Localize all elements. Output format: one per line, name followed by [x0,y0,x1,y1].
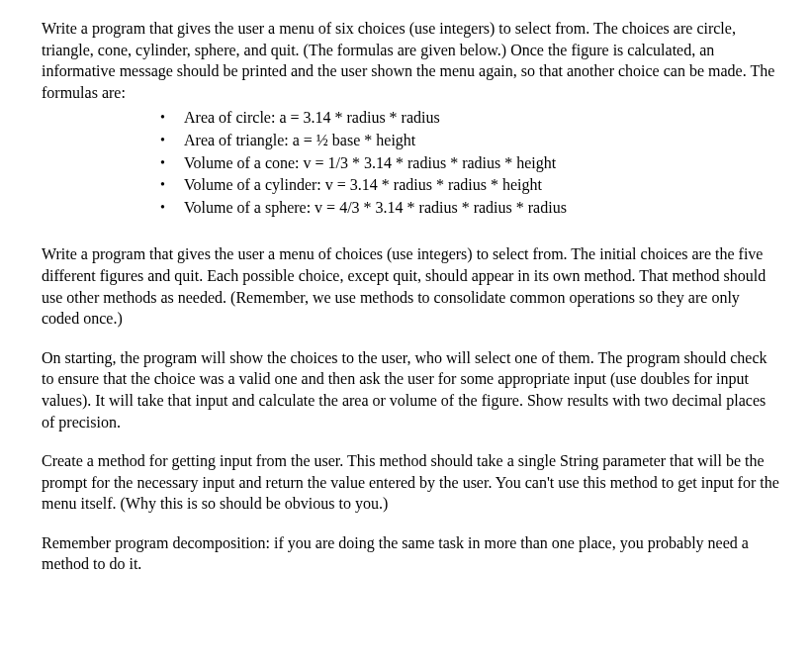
formula-text: Area of circle: a = 3.14 * radius * radi… [184,107,780,129]
formula-item: • Volume of a cone: v = 1/3 * 3.14 * rad… [160,152,780,174]
bullet-icon: • [160,152,184,173]
formula-text: Volume of a cylinder: v = 3.14 * radius … [184,174,780,196]
formula-item: • Volume of a cylinder: v = 3.14 * radiu… [160,174,780,196]
bullet-icon: • [160,174,184,195]
formula-text: Area of triangle: a = ½ base * height [184,130,780,151]
formula-item: • Volume of a sphere: v = 4/3 * 3.14 * r… [160,197,780,219]
formula-item: • Area of triangle: a = ½ base * height [160,130,780,151]
intro-paragraph: Write a program that gives the user a me… [42,18,780,103]
formula-list: • Area of circle: a = 3.14 * radius * ra… [42,107,780,218]
bullet-icon: • [160,130,184,150]
paragraph-start: On starting, the program will show the c… [42,347,780,432]
formula-text: Volume of a cone: v = 1/3 * 3.14 * radiu… [184,152,780,174]
paragraph-input-method: Create a method for getting input from t… [42,450,780,515]
bullet-icon: • [160,197,184,218]
formula-text: Volume of a sphere: v = 4/3 * 3.14 * rad… [184,197,780,219]
paragraph-decomposition: Remember program decomposition: if you a… [42,532,780,575]
bullet-icon: • [160,107,184,128]
paragraph-methods: Write a program that gives the user a me… [42,243,780,329]
formula-item: • Area of circle: a = 3.14 * radius * ra… [160,107,780,129]
